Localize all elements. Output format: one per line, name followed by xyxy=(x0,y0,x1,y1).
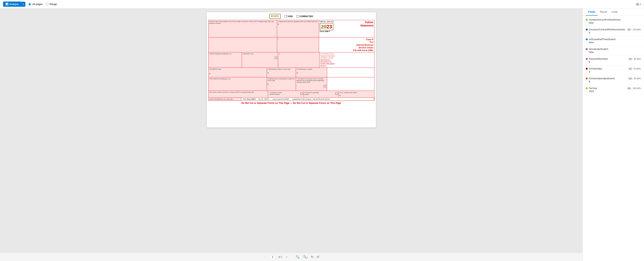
box5-cell: 5 Scholarships or grants $ xyxy=(296,68,327,77)
year-suffix: 23 xyxy=(326,24,332,29)
field-confidence-1: 100.00% xyxy=(633,28,641,31)
copy-instructions-cont xyxy=(327,68,374,77)
filer-name-cell: FILER'S name, street address, city or to… xyxy=(208,20,277,37)
box7-label: 7 Checked if the amount in box 1 include… xyxy=(297,78,326,83)
box5-label: 5 Scholarships or grants xyxy=(297,68,326,70)
field-item-isgraduatestudent[interactable]: IsGraduateStudentfalse xyxy=(583,47,644,55)
student-tin-cell: STUDENT'S TIN xyxy=(242,52,278,67)
form-row-6: City or town, state or province, country… xyxy=(208,91,374,97)
field-dot-6 xyxy=(586,77,588,79)
void-box: VOID xyxy=(284,15,293,17)
omb-year-cell: OMB No. 1545-1574 2023 Form 1098-T xyxy=(319,20,374,37)
reset-zoom-button[interactable]: ↺ xyxy=(316,254,320,260)
field-header-6: ScholarshipsAdjustments#199.99% xyxy=(586,77,641,80)
footer-dept: Department of the Treasury - Internal Re… xyxy=(292,98,330,100)
field-header-1: InsuranceContractReimbursements#1100.00% xyxy=(586,28,641,31)
barcode-box: 8383 xyxy=(270,14,280,19)
field-name-3: IsGraduateStudent xyxy=(589,48,641,50)
field-dot-0 xyxy=(586,19,588,21)
field-item-includesamountfornextperiod[interactable]: IncludesAmountForNextPeriodfalse xyxy=(583,17,644,25)
field-value-0: false xyxy=(589,21,641,24)
analyze-dropdown-button[interactable]: ▾ xyxy=(21,2,25,7)
analyze-chart-icon: 📊 xyxy=(6,3,8,5)
range-option[interactable]: Range xyxy=(46,3,57,5)
box7-checkbox[interactable] xyxy=(324,85,326,87)
box8-checkbox[interactable] xyxy=(300,92,303,95)
page-number-input[interactable] xyxy=(269,255,276,259)
tab-code[interactable]: Code xyxy=(609,8,620,15)
form-row-5: Street address (including apt. no.) 6 Ad… xyxy=(208,77,374,91)
instructions-text: For Privacy Act andPaperwork ReductionAc… xyxy=(320,53,374,67)
footer-info-cell: Form Form 1098-T Cat. No. 25087J www.irs… xyxy=(241,98,374,101)
do-not-cut-text: Do Not Cut or Separate Forms on This Pag… xyxy=(208,101,374,105)
field-item-scholarships[interactable]: Scholarships#199.98%$ xyxy=(583,66,644,74)
fields-list: IncludesAmountForNextPeriodfalseInsuranc… xyxy=(583,16,644,261)
zoom-controls: 🔍- 🔍+ ↻ ↺ xyxy=(295,254,320,260)
box1-label: 1 Payments received for qualified tuitio… xyxy=(278,21,318,22)
all-pages-radio[interactable] xyxy=(28,3,31,5)
field-divider-0 xyxy=(583,26,644,26)
form-row-7: Service Provider/Acct. No. (see instr.) … xyxy=(208,98,374,101)
footer-cat: Cat. No. 25087J xyxy=(258,98,269,100)
box1-dollar: $ xyxy=(278,23,279,25)
void-label: VOID xyxy=(288,15,293,17)
form-row-4: STUDENT'S name $ 4 Adjustments made for … xyxy=(208,68,374,77)
next-page-button[interactable]: › xyxy=(284,255,288,260)
field-badge-5: #1 xyxy=(628,67,633,70)
corrected-checkbox[interactable] xyxy=(296,15,299,17)
analyze-button[interactable]: 📊 Analyze xyxy=(3,1,21,7)
corrected-box: CORRECTED xyxy=(296,15,313,17)
right-blank-5 xyxy=(327,77,374,91)
tab-fields[interactable]: Fields xyxy=(586,8,598,15)
field-header-0: IncludesAmountForNextPeriod xyxy=(586,18,641,21)
field-item-taxyear[interactable]: TaxYear#1100.00%2023 xyxy=(583,86,644,94)
document-scroll[interactable]: 8383 VOID CORRECTED xyxy=(0,8,582,253)
field-name-1: InsuranceContractReimbursements xyxy=(589,28,626,31)
range-radio[interactable] xyxy=(46,3,48,5)
field-value-7: 2023 xyxy=(589,90,641,93)
field-name-4: PaymentReceived xyxy=(589,58,627,60)
all-pages-option[interactable]: All pages xyxy=(28,3,42,5)
field-item-isatleasthalftimestudent[interactable]: IsAtLeastHalfTimeStudentfalse xyxy=(583,37,644,45)
field-badge-7: #1 xyxy=(627,87,631,90)
rotate-button[interactable]: ↻ xyxy=(310,254,314,260)
field-badge-4: #1 xyxy=(628,58,633,60)
analyze-label: Analyze xyxy=(9,3,19,5)
zoom-out-button[interactable]: 🔍- xyxy=(295,254,301,260)
box10-label-text: 10 Ins. contract reimb./refund xyxy=(340,92,372,93)
field-dot-2 xyxy=(586,38,588,40)
tin-checkbox[interactable] xyxy=(275,57,277,59)
toolbar: 📊 Analyze ▾ All pages Range ⊞ ▾ xyxy=(0,0,644,8)
field-item-insurancecontractreimbursements[interactable]: InsuranceContractReimbursements#1100.00%… xyxy=(583,27,644,35)
form-row-2: 2 Copy AForInternal RevenueService Cente… xyxy=(208,37,374,52)
prev-page-button[interactable]: ‹ xyxy=(263,255,267,260)
range-label: Range xyxy=(50,3,57,5)
tab-result[interactable]: Result xyxy=(598,8,610,15)
field-header-5: Scholarships#199.98% xyxy=(586,67,641,70)
instructions-cell: For Privacy Act andPaperwork ReductionAc… xyxy=(320,52,374,67)
field-item-scholarshipsadjustments[interactable]: ScholarshipsAdjustments#199.99%$ xyxy=(583,76,644,84)
page-of-label: of 1 xyxy=(278,256,282,258)
service-provider-cell: Service Provider/Acct. No. (see instr.) xyxy=(208,98,242,101)
tuition-title: TuitionStatement xyxy=(359,21,374,27)
zoom-in-button[interactable]: 🔍+ xyxy=(302,254,309,260)
layers-button[interactable]: ⊞ ▾ xyxy=(636,2,641,6)
box8-label-text: 8 Checked if at leasthalf-time student xyxy=(270,92,282,95)
corrected-label: CORRECTED xyxy=(300,15,313,17)
form-row-1: FILER'S name, street address, city or to… xyxy=(208,20,374,37)
void-checkbox[interactable] xyxy=(284,15,287,17)
field-value-6: $ xyxy=(589,80,641,83)
box3-label: 3 xyxy=(279,53,319,55)
field-confidence-4: 99.30% xyxy=(634,58,641,60)
box4-label: 4 Adjustments made for a prior year xyxy=(268,68,295,70)
box7-cell: 7 Checked if the amount in box 1 include… xyxy=(296,77,327,91)
field-item-paymentreceived[interactable]: PaymentReceived#199.30%$ xyxy=(583,56,644,64)
form-main: FILER'S name, street address, city or to… xyxy=(208,20,374,101)
field-name-6: ScholarshipsAdjustments xyxy=(589,77,627,80)
year-display: 2023 xyxy=(320,23,333,30)
pagination-bar: ‹ of 1 › 🔍- 🔍+ ↻ ↺ xyxy=(0,253,582,261)
box9-checkbox[interactable] xyxy=(335,92,338,95)
all-pages-label: All pages xyxy=(32,3,42,5)
field-value-4: $ xyxy=(589,61,641,63)
fields-panel: Fields Result Code IncludesAmountForNext… xyxy=(582,8,644,261)
